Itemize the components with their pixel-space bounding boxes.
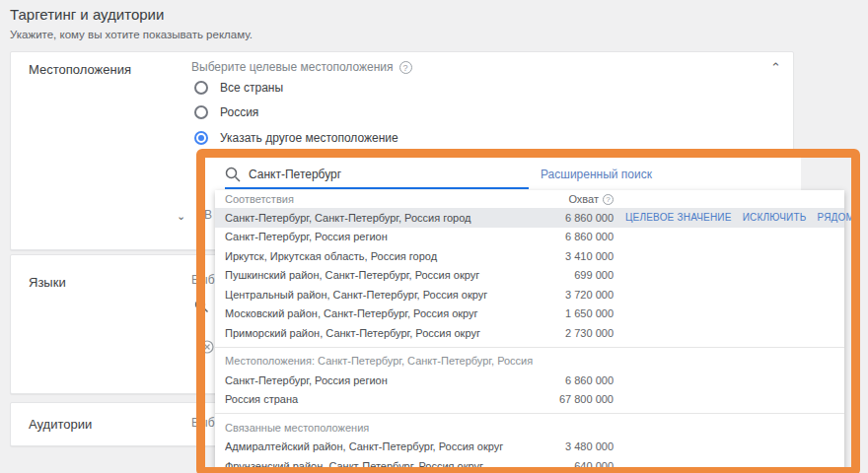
related-locations-header: Связанные местоположения [215, 418, 844, 438]
location-name: Россия страна [225, 393, 550, 405]
location-search-row: Расширенный поиск [215, 158, 801, 190]
reach-value: 1 650 000 [550, 307, 614, 319]
locations-card-label: Местоположения [29, 62, 131, 77]
reach-value: 3 410 000 [550, 250, 614, 262]
entered-locations-header: Местоположения: Санкт-Петербург, Санкт-П… [215, 352, 844, 372]
location-name: Санкт-Петербург, Санкт-Петербург, Россия… [225, 212, 550, 224]
radio-label: Россия [220, 105, 258, 119]
reach-value: 640 000 [550, 460, 614, 472]
page-subtitle: Укажите, кому вы хотите показывать рекла… [10, 29, 253, 40]
radio-icon-selected[interactable] [194, 131, 208, 145]
advanced-search-link[interactable]: Расширенный поиск [541, 168, 652, 181]
reach-value: 3 720 000 [550, 289, 614, 301]
location-name: Фрунзенский район, Санкт-Петербург, Росс… [225, 460, 550, 472]
row-actions: ЦЕЛЕВОЕ ЗНАЧЕНИЕ ИСКЛЮЧИТЬ РЯДОМ [625, 212, 854, 223]
search-icon [194, 299, 209, 313]
radio-label: Указать другое местоположение [220, 131, 398, 145]
collapse-chevron-up-icon[interactable]: ⌃ [770, 60, 781, 75]
location-suggestion-row[interactable]: Иркутск, Иркутская область, Россия город… [215, 246, 844, 266]
languages-hidden-text: Выб [191, 273, 215, 287]
location-name: Центральный район, Санкт-Петербург, Росс… [225, 289, 550, 301]
location-name: Приморский район, Санкт-Петербург, Росси… [225, 327, 550, 339]
location-name: Московский район, Санкт-Петербург, Росси… [225, 307, 550, 319]
location-suggestion-row[interactable]: Санкт-Петербург, Санкт-Петербург, Россия… [215, 208, 844, 228]
location-name: Адмиралтейский район, Санкт-Петербург, Р… [225, 440, 550, 452]
location-name: Пушкинский район, Санкт-Петербург, Росси… [225, 269, 550, 281]
collapsed-text-fragment: В [204, 208, 212, 222]
location-suggestion-row[interactable]: Фрунзенский район, Санкт-Петербург, Росс… [215, 456, 844, 473]
dropdown-header-row: Соответствия Охват ? [215, 190, 844, 208]
reach-value: 6 860 000 [550, 212, 614, 224]
location-suggestion-row[interactable]: Санкт-Петербург, Россия регион 6 860 000 [215, 228, 844, 247]
help-icon[interactable]: ? [603, 194, 614, 205]
location-search-input[interactable] [249, 168, 515, 181]
location-suggestion-row[interactable]: Россия страна 67 800 000 [215, 390, 844, 410]
divider [215, 347, 844, 348]
radio-other-location[interactable]: Указать другое местоположение [194, 131, 398, 145]
target-action-link[interactable]: ЦЕЛЕВОЕ ЗНАЧЕНИЕ [625, 212, 732, 223]
exclude-action-link[interactable]: ИСКЛЮЧИТЬ [743, 212, 807, 223]
reach-value: 6 860 000 [550, 231, 614, 242]
reach-value: 67 800 000 [550, 393, 614, 405]
page-title: Таргетинг и аудитории [10, 6, 164, 23]
location-suggestion-row[interactable]: Приморский район, Санкт-Петербург, Росси… [215, 323, 844, 343]
audiences-card-label: Аудитории [29, 417, 92, 432]
audiences-hidden-text: Выб [191, 416, 215, 430]
location-suggestions-dropdown: Соответствия Охват ? Санкт-Петербург, Са… [215, 190, 844, 473]
location-suggestion-row[interactable]: Адмиралтейский район, Санкт-Петербург, Р… [215, 438, 844, 457]
location-name: Иркутск, Иркутская область, Россия город [225, 250, 550, 262]
locations-prompt-text: Выберите целевые местоположения [191, 60, 394, 74]
reach-value: 3 480 000 [550, 440, 614, 452]
chip-remove-icon[interactable] [200, 340, 214, 354]
location-suggestion-row[interactable]: Пушкинский район, Санкт-Петербург, Росси… [215, 266, 844, 286]
location-suggestion-row[interactable]: Центральный район, Санкт-Петербург, Росс… [215, 285, 844, 304]
radio-icon[interactable] [194, 81, 208, 95]
nearby-action-link[interactable]: РЯДОМ [818, 212, 855, 223]
search-underline [225, 187, 529, 189]
radio-russia[interactable]: Россия [194, 105, 258, 119]
divider [215, 413, 844, 414]
location-name: Санкт-Петербург, Россия регион [225, 231, 550, 242]
location-suggestion-row[interactable]: Санкт-Петербург, Россия регион 6 860 000 [215, 371, 844, 390]
reach-value: 699 000 [550, 269, 614, 281]
radio-all-countries[interactable]: Все страны [194, 81, 283, 95]
search-icon [225, 167, 241, 182]
reach-header-text: Охват [568, 193, 599, 205]
reach-value: 2 730 000 [550, 327, 614, 339]
radio-icon[interactable] [194, 105, 208, 119]
location-suggestion-row[interactable]: Московский район, Санкт-Петербург, Росси… [215, 304, 844, 324]
reach-value: 6 860 000 [550, 374, 614, 386]
chevron-down-icon[interactable]: ⌄ [177, 210, 185, 223]
radio-label: Все страны [220, 81, 283, 95]
location-name: Санкт-Петербург, Россия регион [225, 374, 550, 386]
locations-prompt: Выберите целевые местоположения ? [191, 60, 412, 74]
help-icon[interactable]: ? [399, 61, 412, 74]
languages-card-label: Языки [29, 275, 66, 290]
matches-header: Соответствия [225, 193, 550, 205]
reach-header: Охват ? [550, 193, 614, 205]
